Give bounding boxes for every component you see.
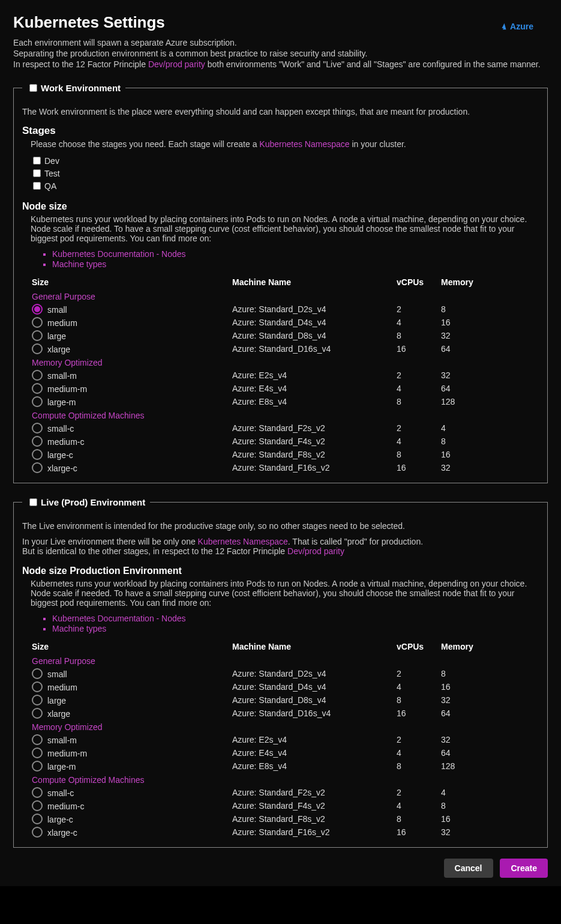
work-environment-fieldset: Work Environment The Work environment is… (13, 82, 548, 483)
cancel-button[interactable]: Cancel (444, 859, 493, 878)
size-radio[interactable] (32, 761, 43, 772)
size-radio[interactable] (32, 827, 43, 838)
size-label: small-c (47, 424, 74, 433)
stages-list: DevTestQA (31, 155, 539, 192)
stage-option[interactable]: Dev (31, 155, 539, 166)
size-radio[interactable] (32, 708, 43, 719)
memory: 8 (440, 303, 539, 316)
live-environment-fieldset: Live (Prod) Environment The Live environ… (13, 497, 548, 848)
vcpus: 2 (395, 733, 440, 746)
machine-name: Azure: Standard_D8s_v4 (231, 329, 395, 342)
size-label: xlarge (47, 709, 70, 719)
azure-badge: Azure (500, 22, 533, 31)
col-machine: Machine Name (231, 639, 395, 654)
col-machine: Machine Name (231, 275, 395, 289)
size-row[interactable]: small-cAzure: Standard_F2s_v224 (31, 786, 539, 799)
size-radio[interactable] (32, 423, 43, 433)
memory: 8 (440, 799, 539, 812)
size-row[interactable]: large-mAzure: E8s_v48128 (31, 395, 539, 408)
doc-link[interactable]: Kubernetes Documentation - Nodes (52, 249, 186, 259)
size-label: medium-c (47, 437, 84, 447)
size-row[interactable]: largeAzure: Standard_D8s_v4832 (31, 693, 539, 707)
size-radio[interactable] (32, 747, 43, 758)
memory: 32 (440, 461, 539, 474)
size-row[interactable]: xlargeAzure: Standard_D16s_v41664 (31, 707, 539, 720)
size-row[interactable]: small-mAzure: E2s_v4232 (31, 369, 539, 382)
size-radio[interactable] (32, 304, 43, 315)
size-row[interactable]: xlarge-cAzure: Standard_F16s_v21632 (31, 826, 539, 839)
machine-name: Azure: Standard_D2s_v4 (231, 667, 395, 680)
memory: 128 (440, 759, 539, 773)
size-row[interactable]: mediumAzure: Standard_D4s_v4416 (31, 316, 539, 329)
size-row[interactable]: large-mAzure: E8s_v48128 (31, 759, 539, 773)
kubernetes-namespace-link[interactable]: Kubernetes Namespace (259, 139, 349, 149)
stage-option[interactable]: QA (31, 180, 539, 192)
size-row[interactable]: medium-mAzure: E4s_v4464 (31, 382, 539, 395)
stage-label: QA (44, 181, 56, 191)
size-row[interactable]: smallAzure: Standard_D2s_v428 (31, 303, 539, 316)
vcpus: 2 (395, 786, 440, 799)
size-row[interactable]: small-cAzure: Standard_F2s_v224 (31, 421, 539, 435)
size-radio[interactable] (32, 370, 43, 381)
stage-option[interactable]: Test (31, 168, 539, 179)
stage-checkbox[interactable] (33, 169, 41, 177)
work-env-checkbox[interactable] (29, 84, 37, 92)
size-row[interactable]: medium-cAzure: Standard_F4s_v248 (31, 799, 539, 812)
stage-checkbox[interactable] (33, 182, 41, 190)
memory: 64 (440, 382, 539, 395)
live-env-checkbox[interactable] (29, 498, 37, 506)
memory: 16 (440, 812, 539, 826)
devprod-parity-link[interactable]: Dev/prod parity (287, 546, 344, 556)
size-row[interactable]: largeAzure: Standard_D8s_v4832 (31, 329, 539, 342)
size-row[interactable]: medium-mAzure: E4s_v4464 (31, 746, 539, 759)
machine-name: Azure: Standard_D4s_v4 (231, 316, 395, 329)
size-row[interactable]: large-cAzure: Standard_F8s_v2816 (31, 812, 539, 826)
size-label: xlarge-c (47, 464, 77, 473)
size-label: large (47, 331, 66, 341)
doc-link[interactable]: Machine types (52, 624, 106, 633)
size-radio[interactable] (32, 695, 43, 705)
size-row[interactable]: medium-cAzure: Standard_F4s_v248 (31, 435, 539, 448)
size-radio[interactable] (32, 436, 43, 447)
size-radio[interactable] (32, 814, 43, 824)
size-row[interactable]: small-mAzure: E2s_v4232 (31, 733, 539, 746)
nodesize-desc: Kubernetes runs your workload by placing… (31, 214, 539, 243)
kubernetes-namespace-link[interactable]: Kubernetes Namespace (198, 537, 288, 546)
doc-link[interactable]: Kubernetes Documentation - Nodes (52, 614, 186, 623)
machine-name: Azure: Standard_F4s_v2 (231, 799, 395, 812)
stage-label: Dev (44, 156, 59, 166)
size-row[interactable]: xlargeAzure: Standard_D16s_v41664 (31, 342, 539, 355)
size-label: large-m (47, 762, 76, 772)
size-row[interactable]: mediumAzure: Standard_D4s_v4416 (31, 680, 539, 693)
size-radio[interactable] (32, 668, 43, 679)
size-radio[interactable] (32, 330, 43, 341)
stage-checkbox[interactable] (33, 157, 41, 165)
size-category: Compute Optimized Machines (31, 773, 539, 786)
size-radio[interactable] (32, 317, 43, 328)
devprod-parity-link[interactable]: Dev/prod parity (148, 59, 205, 69)
memory: 4 (440, 786, 539, 799)
doc-link[interactable]: Machine types (52, 259, 106, 269)
size-radio[interactable] (32, 449, 43, 460)
size-radio[interactable] (32, 787, 43, 798)
size-label: small-m (47, 371, 77, 381)
size-radio[interactable] (32, 734, 43, 745)
work-env-legend: Work Environment (41, 83, 121, 93)
size-row[interactable]: large-cAzure: Standard_F8s_v2816 (31, 448, 539, 461)
size-radio[interactable] (32, 383, 43, 394)
size-row[interactable]: xlarge-cAzure: Standard_F16s_v21632 (31, 461, 539, 474)
machine-name: Azure: Standard_D16s_v4 (231, 707, 395, 720)
create-button[interactable]: Create (500, 859, 548, 878)
size-label: medium-m (47, 749, 87, 758)
memory: 16 (440, 680, 539, 693)
machine-name: Azure: E2s_v4 (231, 369, 395, 382)
vcpus: 8 (395, 693, 440, 707)
size-radio[interactable] (32, 343, 43, 354)
size-radio[interactable] (32, 396, 43, 407)
size-label: medium (47, 683, 77, 692)
size-radio[interactable] (32, 462, 43, 473)
vcpus: 4 (395, 435, 440, 448)
size-radio[interactable] (32, 681, 43, 692)
size-radio[interactable] (32, 800, 43, 811)
size-row[interactable]: smallAzure: Standard_D2s_v428 (31, 667, 539, 680)
